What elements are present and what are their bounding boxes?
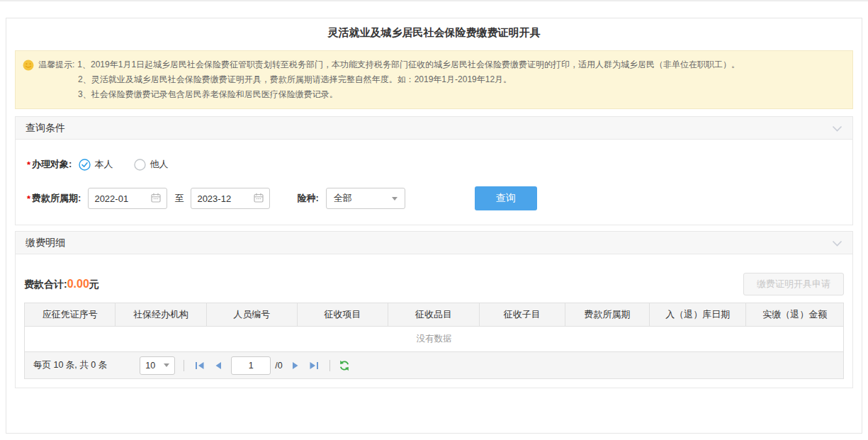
- next-page-icon[interactable]: [288, 359, 303, 373]
- calendar-icon[interactable]: [254, 193, 264, 205]
- page-total-label: /0: [275, 361, 282, 371]
- total-label: 费款合计:: [24, 278, 67, 290]
- insurance-selected-value: 全部: [334, 192, 352, 205]
- pagination-bar: 每页 10 条, 共 0 条 10 /0: [24, 352, 844, 379]
- period-end-value[interactable]: [197, 193, 247, 204]
- search-button[interactable]: 查询: [475, 186, 537, 210]
- radio-checked-icon: [79, 159, 91, 171]
- page-size-value: 10: [145, 361, 155, 371]
- caret-down-icon: [392, 197, 398, 201]
- radio-self[interactable]: 本人: [79, 158, 113, 171]
- notice-line-1: 1、2019年1月1日起城乡居民社会保险费征管职责划转至税务部门，本功能支持税务…: [77, 57, 740, 72]
- required-asterisk: *: [27, 159, 30, 170]
- main-panel: 灵活就业及城乡居民社会保险费缴费证明开具 温馨提示: 1、2019年1月1日起城…: [6, 18, 862, 434]
- apply-certificate-button[interactable]: 缴费证明开具申请: [743, 273, 844, 295]
- pagination-divider: [184, 360, 184, 371]
- query-section-title: 查询条件: [26, 122, 65, 135]
- page-size-select[interactable]: 10: [140, 356, 175, 375]
- notice-box: 温馨提示: 1、2019年1月1日起城乡居民社会保险费征管职责划转至税务部门，本…: [15, 50, 853, 109]
- chevron-down-icon[interactable]: [832, 123, 842, 134]
- total-unit: 元: [89, 278, 99, 290]
- detail-section: 缴费明细 费款合计:0.00元 缴费证明开具申请 应征凭证序号: [15, 231, 853, 388]
- period-row: * 费款所属期: 至: [27, 186, 841, 210]
- query-section: 查询条件 * 办理对象: 本人: [15, 116, 853, 225]
- refresh-icon[interactable]: [339, 360, 350, 371]
- radio-other[interactable]: 他人: [134, 158, 168, 171]
- required-asterisk: *: [27, 193, 30, 204]
- col-levy-item: 征收品目: [388, 303, 479, 327]
- page-number-input[interactable]: [231, 356, 271, 375]
- notice-line-2: 2、灵活就业及城乡居民社会保险费缴费证明开具，费款所属期请选择完整自然年度。如：…: [38, 72, 740, 87]
- col-person-no: 人员编号: [206, 303, 297, 327]
- col-agency: 社保经办机构: [115, 303, 206, 327]
- empty-row: 没有数据: [25, 327, 844, 352]
- period-end-input[interactable]: [191, 188, 270, 209]
- col-levy-subitem: 征收子目: [479, 303, 565, 327]
- pagination-summary: 每页 10 条, 共 0 条: [33, 359, 107, 371]
- notice-prefix: 温馨提示:: [38, 57, 74, 72]
- period-start-value[interactable]: [94, 193, 144, 204]
- smiley-icon: [23, 60, 34, 102]
- table-header-row: 应征凭证序号 社保经办机构 人员编号 征收项目 征收品目 征收子目 费款所属期 …: [25, 303, 844, 327]
- insurance-label: 险种:: [297, 192, 318, 205]
- page-title: 灵活就业及城乡居民社会保险费缴费证明开具: [6, 18, 862, 40]
- top-divider: [0, 0, 868, 1]
- col-fee-period: 费款所属期: [565, 303, 649, 327]
- detail-section-header[interactable]: 缴费明细: [15, 231, 853, 254]
- col-paid-amount: 实缴（退）金额: [746, 303, 844, 327]
- caret-down-icon: [164, 363, 169, 367]
- last-page-icon[interactable]: [307, 359, 321, 373]
- period-to-label: 至: [174, 192, 184, 205]
- radio-unchecked-icon: [134, 159, 146, 171]
- total-amount: 费款合计:0.00元: [24, 278, 99, 291]
- col-levy-project: 征收项目: [297, 303, 388, 327]
- detail-section-title: 缴费明细: [26, 237, 65, 249]
- period-start-input[interactable]: [88, 188, 167, 209]
- total-value: 0.00: [67, 278, 89, 290]
- query-section-header[interactable]: 查询条件: [15, 116, 853, 140]
- target-label: 办理对象:: [32, 158, 72, 171]
- col-voucher-no: 应征凭证序号: [25, 303, 115, 327]
- calendar-icon[interactable]: [151, 193, 161, 205]
- prev-page-icon[interactable]: [211, 359, 225, 373]
- pagination-divider: [329, 360, 330, 371]
- chevron-down-icon[interactable]: [832, 237, 842, 249]
- detail-content: 费款合计:0.00元 缴费证明开具申请 应征凭证序号 社保经办机构 人员编号 征…: [15, 254, 853, 388]
- empty-text: 没有数据: [25, 327, 844, 352]
- col-storage-date: 入（退）库日期: [650, 303, 746, 327]
- payment-detail-table: 应征凭证序号 社保经办机构 人员编号 征收项目 征收品目 征收子目 费款所属期 …: [24, 303, 844, 352]
- query-form: * 办理对象: 本人 他人 * 费款所属期:: [15, 140, 853, 225]
- insurance-select[interactable]: 全部: [326, 188, 405, 209]
- radio-other-label: 他人: [150, 158, 168, 171]
- total-row: 费款合计:0.00元 缴费证明开具申请: [24, 273, 844, 295]
- first-page-icon[interactable]: [193, 359, 207, 373]
- notice-line-3: 3、社会保险费缴费记录包含居民养老保险和居民医疗保险缴费记录。: [38, 87, 740, 102]
- target-row: * 办理对象: 本人 他人: [27, 158, 841, 171]
- radio-self-label: 本人: [94, 158, 113, 171]
- period-label: 费款所属期:: [32, 192, 81, 205]
- notice-text: 温馨提示: 1、2019年1月1日起城乡居民社会保险费征管职责划转至税务部门，本…: [38, 57, 740, 102]
